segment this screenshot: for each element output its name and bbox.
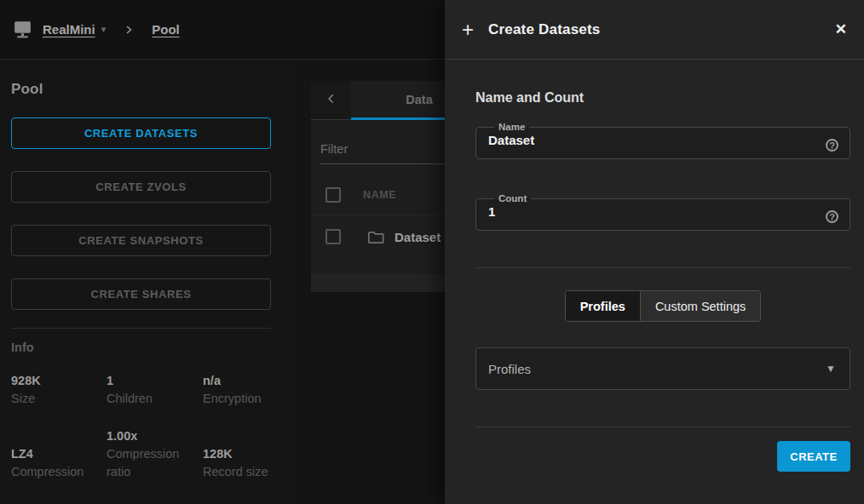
help-icon[interactable]: ? bbox=[826, 139, 838, 152]
stat-compression: LZ4 Compression bbox=[11, 445, 107, 481]
stat-children: 1 Children bbox=[107, 372, 203, 408]
drawer-header: + Create Datasets ✕ bbox=[445, 0, 864, 60]
caret-down-icon[interactable]: ▾ bbox=[101, 24, 107, 35]
stat-record-size: 128K Record size bbox=[203, 445, 285, 481]
tab-paginate-before-button[interactable] bbox=[311, 81, 351, 120]
help-icon[interactable]: ? bbox=[826, 210, 838, 223]
info-stats-grid: 928K Size 1 Children n/a Encryption LZ4 … bbox=[11, 372, 285, 481]
chevron-down-icon: ▼ bbox=[826, 363, 836, 375]
pool-title: Pool bbox=[11, 81, 294, 98]
breadcrumb-pool-link[interactable]: Pool bbox=[152, 22, 180, 37]
row-checkbox[interactable] bbox=[325, 229, 341, 244]
mode-toggle-row: Profiles Custom Settings bbox=[475, 290, 850, 322]
pool-sidebar: Pool CREATE DATASETS CREATE ZVOLS CREATE… bbox=[0, 60, 294, 504]
drawer-divider bbox=[475, 267, 850, 268]
drawer-body: Name and Count Name ? Count ? Profiles C… bbox=[445, 90, 864, 472]
sidebar-divider bbox=[11, 328, 271, 329]
create-datasets-drawer: + Create Datasets ✕ Name and Count Name … bbox=[445, 0, 864, 504]
name-field-label: Name bbox=[494, 122, 529, 132]
create-button[interactable]: CREATE bbox=[777, 441, 850, 472]
count-input[interactable] bbox=[488, 203, 807, 219]
app-screen: Data NAME Dataset bbox=[0, 0, 864, 504]
system-icon bbox=[12, 19, 33, 40]
profiles-select-label: Profiles bbox=[488, 362, 531, 376]
count-field: Count ? bbox=[475, 193, 850, 231]
select-all-checkbox[interactable] bbox=[325, 187, 341, 203]
name-field: Name ? bbox=[475, 122, 850, 159]
chevron-right-icon bbox=[124, 24, 134, 36]
create-snapshots-button[interactable]: CREATE SNAPSHOTS bbox=[11, 225, 271, 256]
dataset-name: Dataset bbox=[395, 230, 441, 244]
drawer-title: Create Datasets bbox=[488, 21, 601, 38]
create-zvols-button[interactable]: CREATE ZVOLS bbox=[11, 171, 271, 203]
stat-encryption: n/a Encryption bbox=[203, 372, 285, 408]
create-datasets-button[interactable]: CREATE DATASETS bbox=[11, 117, 271, 149]
folder-icon bbox=[367, 229, 385, 245]
section-title: Name and Count bbox=[475, 90, 850, 106]
stat-size: 928K Size bbox=[11, 372, 107, 408]
tab-data-label: Data bbox=[406, 93, 432, 106]
drawer-actions: CREATE bbox=[475, 441, 850, 472]
close-icon[interactable]: ✕ bbox=[832, 17, 850, 42]
mode-toggle-group: Profiles Custom Settings bbox=[565, 290, 762, 322]
create-shares-button[interactable]: CREATE SHARES bbox=[11, 278, 271, 310]
name-input[interactable] bbox=[488, 132, 807, 147]
tab-custom-settings[interactable]: Custom Settings bbox=[640, 291, 760, 321]
count-field-label: Count bbox=[494, 193, 531, 203]
chevron-left-icon bbox=[325, 93, 337, 108]
stat-compression-ratio: 1.00x Compression ratio bbox=[107, 427, 203, 481]
drawer-divider bbox=[475, 427, 850, 427]
tab-profiles[interactable]: Profiles bbox=[566, 291, 640, 321]
breadcrumb-system-link[interactable]: RealMini bbox=[43, 22, 95, 37]
column-header-name: NAME bbox=[363, 189, 396, 201]
info-section-title: Info bbox=[11, 341, 294, 354]
plus-icon: + bbox=[462, 20, 474, 40]
profiles-select[interactable]: Profiles ▼ bbox=[475, 347, 850, 390]
